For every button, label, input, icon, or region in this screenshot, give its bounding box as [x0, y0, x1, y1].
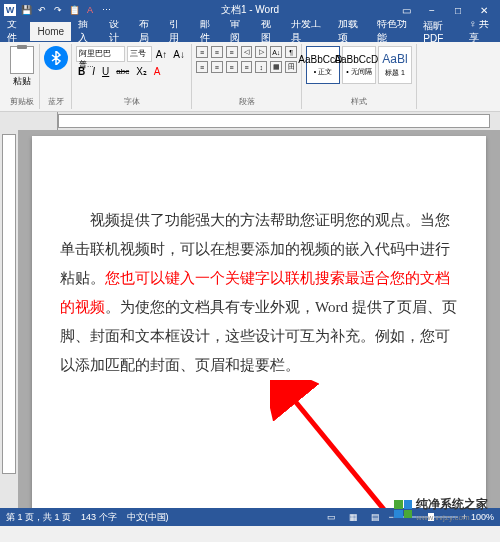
underline-button[interactable]: U — [100, 65, 111, 78]
increase-font-icon[interactable]: A↑ — [154, 48, 170, 61]
decrease-indent-icon[interactable]: ◁ — [241, 46, 253, 58]
ruler-corner — [18, 112, 58, 130]
ribbon: 粘贴 剪贴板 蓝牙 阿里巴巴普... 三号 A↑ A↓ B I U abc — [0, 42, 500, 112]
strikethrough-button[interactable]: abc — [114, 66, 131, 77]
font-name-select[interactable]: 阿里巴巴普... — [76, 46, 125, 62]
document-body[interactable]: 视频提供了功能强大的方法帮助您证明您的观点。当您单击联机视频时，可以在想要添加的… — [60, 206, 458, 380]
bullets-icon[interactable]: ≡ — [196, 46, 208, 58]
subscript-button[interactable]: X₂ — [134, 65, 149, 78]
close-icon[interactable]: ✕ — [472, 1, 496, 19]
minimize-icon[interactable]: − — [420, 1, 444, 19]
page-container: 视频提供了功能强大的方法帮助您证明您的观点。当您单击联机视频时，可以在想要添加的… — [18, 130, 500, 508]
app-title: 文档1 - Word — [221, 3, 279, 17]
shading-icon[interactable]: ▦ — [270, 61, 282, 73]
watermark-url: www.vvjzy.com — [416, 513, 488, 522]
font-color-icon[interactable]: A — [84, 4, 96, 16]
horizontal-ruler[interactable] — [58, 114, 490, 128]
align-center-icon[interactable]: ≡ — [211, 61, 223, 73]
watermark-text: 纯净系统之家 — [416, 496, 488, 513]
italic-button[interactable]: I — [90, 65, 97, 78]
watermark: 纯净系统之家 www.vvjzy.com — [394, 496, 488, 522]
decrease-font-icon[interactable]: A↓ — [171, 48, 187, 61]
status-page[interactable]: 第 1 页，共 1 页 — [6, 511, 71, 524]
title-bar: W 💾 ↶ ↷ 📋 A ⋯ 文档1 - Word ▭ − □ ✕ — [0, 0, 500, 20]
print-layout-icon[interactable]: ▦ — [344, 510, 362, 524]
undo-icon[interactable]: ↶ — [36, 4, 48, 16]
increase-indent-icon[interactable]: ▷ — [255, 46, 267, 58]
text-after-highlight: 。为使您的文档具有专业外观，Word 提供了页眉、页脚、封面和文本框设计，这些设… — [60, 299, 457, 373]
font-group: 阿里巴巴普... 三号 A↑ A↓ B I U abc X₂ A 字体 — [72, 44, 192, 109]
styles-group: AaBbCcDd • 正文 AaBbCcDd • 无间隔 AaBl 标题 1 样… — [302, 44, 417, 109]
menu-home[interactable]: Home — [30, 22, 71, 41]
numbering-icon[interactable]: ≡ — [211, 46, 223, 58]
align-right-icon[interactable]: ≡ — [226, 61, 238, 73]
paste-group: 粘贴 剪贴板 — [4, 44, 40, 109]
paragraph-group: ≡ ≡ ≡ ◁ ▷ A↓ ¶ ≡ ≡ ≡ ≡ ↕ ▦ 田 段落 — [192, 44, 302, 109]
style-heading1[interactable]: AaBl 标题 1 — [378, 46, 412, 84]
borders-icon[interactable]: 田 — [285, 61, 297, 73]
qat-more-icon[interactable]: ⋯ — [100, 4, 112, 16]
style-normal[interactable]: AaBbCcDd • 正文 — [306, 46, 340, 84]
font-color-button[interactable]: A — [152, 65, 163, 78]
quick-access-toolbar: W 💾 ↶ ↷ 📋 A ⋯ — [4, 4, 112, 16]
ruler-area — [0, 112, 500, 130]
status-words[interactable]: 143 个字 — [81, 511, 117, 524]
show-marks-icon[interactable]: ¶ — [285, 46, 297, 58]
paste-icon[interactable] — [10, 46, 34, 74]
document-page[interactable]: 视频提供了功能强大的方法帮助您证明您的观点。当您单击联机视频时，可以在想要添加的… — [32, 136, 486, 508]
vertical-ruler[interactable] — [2, 134, 16, 474]
bluetooth-icon[interactable] — [44, 46, 68, 70]
web-layout-icon[interactable]: ▤ — [366, 510, 384, 524]
bluetooth-label: 蓝牙 — [44, 96, 67, 107]
styles-group-label: 样式 — [306, 96, 412, 107]
redo-icon[interactable]: ↷ — [52, 4, 64, 16]
ribbon-options-icon[interactable]: ▭ — [394, 1, 418, 19]
paste-label[interactable]: 粘贴 — [8, 75, 35, 88]
document-area: 视频提供了功能强大的方法帮助您证明您的观点。当您单击联机视频时，可以在想要添加的… — [0, 130, 500, 508]
vertical-ruler-container — [0, 130, 18, 508]
font-size-select[interactable]: 三号 — [127, 46, 152, 62]
window-controls: ▭ − □ ✕ — [394, 1, 496, 19]
bluetooth-group: 蓝牙 — [40, 44, 72, 109]
line-spacing-icon[interactable]: ↕ — [255, 61, 267, 73]
status-lang[interactable]: 中文(中国) — [127, 511, 169, 524]
paragraph-group-label: 段落 — [196, 96, 297, 107]
bold-button[interactable]: B — [76, 65, 87, 78]
word-icon: W — [4, 4, 16, 16]
watermark-icon — [394, 500, 412, 518]
sort-icon[interactable]: A↓ — [270, 46, 282, 58]
save-icon[interactable]: 💾 — [20, 4, 32, 16]
clipboard-group-label: 剪贴板 — [8, 96, 35, 107]
align-left-icon[interactable]: ≡ — [196, 61, 208, 73]
maximize-icon[interactable]: □ — [446, 1, 470, 19]
qat-icon[interactable]: 📋 — [68, 4, 80, 16]
justify-icon[interactable]: ≡ — [241, 61, 253, 73]
style-no-spacing[interactable]: AaBbCcDd • 无间隔 — [342, 46, 376, 84]
menu-bar: 文件 Home 插入 设计 布局 引用 邮件 审阅 视图 开发工具 加载项 特色… — [0, 20, 500, 42]
font-group-label: 字体 — [76, 96, 187, 107]
read-mode-icon[interactable]: ▭ — [322, 510, 340, 524]
multilevel-icon[interactable]: ≡ — [226, 46, 238, 58]
zoom-out-icon[interactable]: − — [388, 512, 393, 522]
